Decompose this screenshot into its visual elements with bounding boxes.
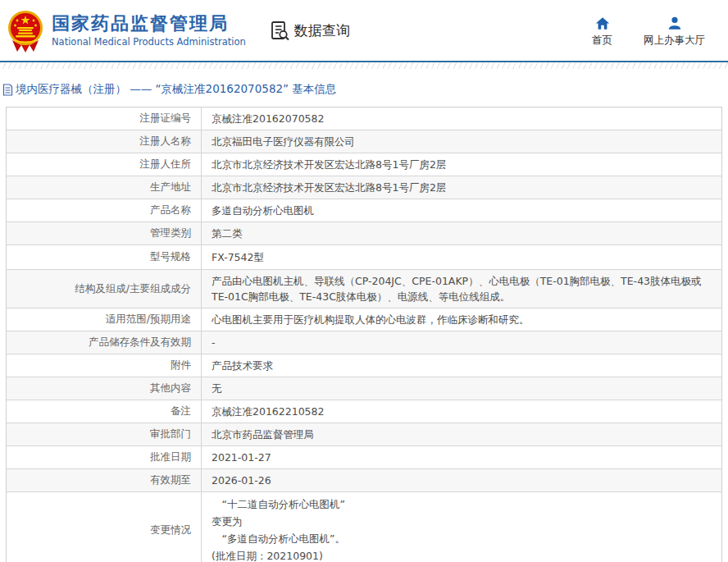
- table-row-storage-validity: 产品储存条件及有效期 -: [7, 331, 721, 354]
- row-label: 管理类别: [7, 222, 202, 244]
- row-label: 结构及组成/主要组成成分: [7, 270, 202, 308]
- breadcrumb-text: 境内医疗器械（注册） —— “京械注准20162070582” 基本信息: [16, 82, 336, 97]
- site-subtitle: National Medical Products Administration: [52, 36, 246, 48]
- nav-home[interactable]: 首页: [592, 16, 612, 48]
- row-value: 北京市北京经济技术开发区宏达北路8号1号厂房2层: [202, 176, 721, 199]
- person-icon: [667, 16, 682, 30]
- doc-search-icon: [269, 20, 291, 42]
- table-row-structure-composition: 结构及组成/主要组成成分 产品由心电图机主机、导联线（CP-204JC、CPE-…: [7, 270, 721, 308]
- table-row-cert-number: 注册证编号 京械注准20162070582: [7, 107, 721, 130]
- stripe-divider: [0, 62, 728, 69]
- row-value: 北京市北京经济技术开发区宏达北路8号1号厂房2层: [202, 153, 721, 176]
- row-value: FX-7542型: [202, 245, 721, 269]
- row-label: 型号规格: [7, 245, 202, 269]
- change-line: “多道自动分析心电图机”。: [212, 530, 345, 547]
- row-value: “十二道自动分析心电图机” 变更为 “多道自动分析心电图机”。 (批准日期：20…: [202, 492, 721, 562]
- row-label: 变更情况: [7, 492, 202, 562]
- table-row-valid-until: 有效期至 2026-01-26: [7, 469, 721, 492]
- table-row-other-content: 其他内容 无: [7, 377, 721, 400]
- row-value: 多道自动分析心电图机: [202, 199, 721, 222]
- data-query-label: 数据查询: [294, 21, 350, 40]
- table-row-change-status: 变更情况 “十二道自动分析心电图机” 变更为 “多道自动分析心电图机”。 (批准…: [7, 492, 721, 562]
- header: 国家药品监督管理局 National Medical Products Admi…: [0, 0, 728, 62]
- row-value: 产品技术要求: [202, 354, 721, 377]
- row-value: 心电图机主要用于医疗机构提取人体的心电波群，作临床诊断和研究。: [202, 308, 721, 331]
- row-label: 注册证编号: [7, 107, 202, 130]
- row-value: 产品由心电图机主机、导联线（CP-204JC、CPE-01AKP）、心电电极（T…: [202, 270, 721, 308]
- table-row-production-address: 生产地址 北京市北京经济技术开发区宏达北路8号1号厂房2层: [7, 176, 721, 199]
- row-label: 产品储存条件及有效期: [7, 331, 202, 354]
- table-row-attachment: 附件 产品技术要求: [7, 354, 721, 377]
- site-logo[interactable]: 国家药品监督管理局 National Medical Products Admi…: [7, 7, 246, 53]
- row-label: 批准日期: [7, 446, 202, 468]
- change-line: (批准日期：20210901): [212, 547, 323, 562]
- table-row-intended-use: 适用范围/预期用途 心电图机主要用于医疗机构提取人体的心电波群，作临床诊断和研究…: [7, 308, 721, 331]
- national-emblem-icon: [7, 9, 43, 53]
- row-label: 其他内容: [7, 377, 202, 400]
- table-row-remarks: 备注 京械注准20162210582: [7, 400, 721, 423]
- data-query-nav[interactable]: 数据查询: [269, 20, 350, 42]
- row-label: 有效期至: [7, 469, 202, 491]
- row-label: 注册人住所: [7, 153, 202, 176]
- breadcrumb: 境内医疗器械（注册） —— “京械注准20162070582” 基本信息: [2, 80, 728, 99]
- row-value: 无: [202, 377, 721, 400]
- row-value: 北京福田电子医疗仪器有限公司: [202, 130, 721, 153]
- row-label: 审批部门: [7, 423, 202, 445]
- row-value: 北京市药品监督管理局: [202, 423, 721, 445]
- site-title: 国家药品监督管理局: [52, 13, 246, 34]
- home-icon: [595, 16, 610, 30]
- nav-service-hall-label: 网上办事大厅: [644, 34, 705, 48]
- nav-service-hall[interactable]: 网上办事大厅: [644, 16, 705, 48]
- row-value: 2026-01-26: [202, 469, 721, 491]
- row-value: 京械注准20162070582: [202, 107, 721, 130]
- row-value: -: [202, 331, 721, 354]
- row-value: 第二类: [202, 222, 721, 244]
- table-row-registrant-address: 注册人住所 北京市北京经济技术开发区宏达北路8号1号厂房2层: [7, 153, 721, 176]
- site-title-block: 国家药品监督管理局 National Medical Products Admi…: [52, 13, 246, 48]
- table-row-management-class: 管理类别 第二类: [7, 222, 721, 245]
- row-label: 附件: [7, 354, 202, 377]
- registration-info-table: 注册证编号 京械注准20162070582 注册人名称 北京福田电子医疗仪器有限…: [6, 107, 722, 562]
- table-row-registrant-name: 注册人名称 北京福田电子医疗仪器有限公司: [7, 130, 721, 153]
- document-icon: [2, 84, 13, 96]
- change-line: “十二道自动分析心电图机”: [212, 496, 345, 513]
- table-row-model-spec: 型号规格 FX-7542型: [7, 245, 721, 270]
- row-label: 生产地址: [7, 176, 202, 199]
- table-row-approval-department: 审批部门 北京市药品监督管理局: [7, 423, 721, 446]
- row-label: 适用范围/预期用途: [7, 308, 202, 331]
- nav-home-label: 首页: [592, 34, 612, 48]
- row-label: 产品名称: [7, 199, 202, 222]
- table-row-product-name: 产品名称 多道自动分析心电图机: [7, 199, 721, 222]
- change-line: 变更为: [212, 513, 243, 530]
- row-label: 注册人名称: [7, 130, 202, 153]
- row-value: 京械注准20162210582: [202, 400, 721, 423]
- header-nav: 首页 网上办事大厅: [592, 16, 728, 48]
- row-value: 2021-01-27: [202, 446, 721, 468]
- row-label: 备注: [7, 400, 202, 423]
- table-row-approval-date: 批准日期 2021-01-27: [7, 446, 721, 469]
